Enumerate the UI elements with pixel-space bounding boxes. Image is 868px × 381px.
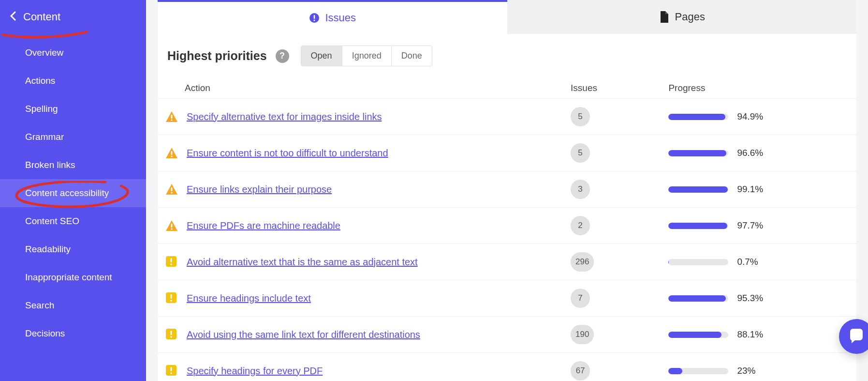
table-row: Ensure content is not too difficult to u…: [158, 135, 856, 171]
issues-count-badge: 2: [571, 216, 590, 235]
table-row: Specify headings for every PDF6723%: [158, 353, 856, 381]
progress-percent: 23%: [737, 366, 765, 376]
table-row: Ensure links explain their purpose399.1%: [158, 171, 856, 208]
svg-rect-3: [171, 115, 173, 119]
sidebar-item-decisions[interactable]: Decisions: [0, 320, 146, 348]
sidebar-item-label: Readability: [25, 244, 71, 254]
issues-count-badge: 3: [571, 180, 590, 199]
warning-square-icon: [165, 365, 178, 377]
panel-header: Highest priorities ? Open Ignored Done: [158, 34, 856, 78]
filter-open[interactable]: Open: [301, 46, 342, 66]
svg-point-4: [171, 119, 172, 121]
issues-count-badge: 7: [571, 289, 590, 308]
exclamation-circle-icon: [309, 12, 320, 24]
progress-bar: [668, 114, 728, 120]
warning-square-icon: [165, 292, 178, 305]
col-issues: Issues: [563, 78, 661, 99]
progress-percent: 96.6%: [737, 148, 765, 158]
svg-rect-7: [171, 187, 173, 191]
issues-count-badge: 5: [571, 143, 590, 163]
chevron-left-icon: [10, 11, 17, 23]
table-row: Ensure headings include text795.3%: [158, 280, 856, 317]
action-link[interactable]: Ensure links explain their purpose: [187, 184, 332, 195]
issues-count-badge: 5: [571, 107, 590, 126]
action-link[interactable]: Specify alternative text for images insi…: [187, 111, 382, 122]
svg-rect-12: [171, 258, 172, 262]
tab-pages-label: Pages: [675, 11, 705, 23]
svg-rect-5: [171, 151, 173, 155]
sidebar-nav: OverviewActionsSpellingGrammarBroken lin…: [0, 39, 146, 348]
panel: Highest priorities ? Open Ignored Done A…: [158, 34, 856, 381]
warning-triangle-icon: [165, 110, 178, 123]
progress-percent: 0.7%: [737, 257, 765, 267]
progress-percent: 94.9%: [737, 111, 765, 122]
sidebar-item-grammar[interactable]: Grammar: [0, 123, 146, 151]
table-row: Ensure PDFs are machine readable297.7%: [158, 208, 856, 244]
sidebar-item-content-accessibility[interactable]: Content accessibility: [0, 179, 146, 207]
action-link[interactable]: Ensure headings include text: [187, 293, 311, 304]
progress-bar: [668, 368, 728, 374]
svg-point-22: [170, 372, 172, 374]
sidebar-item-spelling[interactable]: Spelling: [0, 95, 146, 123]
svg-rect-9: [171, 224, 173, 228]
warning-triangle-icon: [165, 147, 178, 159]
issues-count-badge: 296: [571, 252, 594, 272]
sidebar-item-overview[interactable]: Overview: [0, 39, 146, 67]
sidebar-item-actions[interactable]: Actions: [0, 67, 146, 95]
progress-bar: [668, 223, 728, 229]
sidebar-item-label: Broken links: [25, 160, 75, 170]
sidebar-item-readability[interactable]: Readability: [0, 235, 146, 263]
progress-percent: 95.3%: [737, 293, 765, 304]
sidebar-item-content-seo[interactable]: Content SEO: [0, 207, 146, 235]
svg-rect-21: [171, 367, 172, 371]
tab-issues[interactable]: Issues: [158, 0, 507, 34]
table-row: Avoid using the same link text for diffe…: [158, 317, 856, 353]
table-row: Avoid alternative text that is the same …: [158, 244, 856, 280]
sidebar-item-label: Grammar: [25, 132, 64, 142]
svg-point-16: [170, 300, 172, 301]
tabs: Issues Pages: [158, 0, 856, 34]
progress-percent: 88.1%: [737, 329, 765, 340]
filter-done[interactable]: Done: [392, 46, 432, 66]
document-icon: [659, 11, 670, 23]
sidebar-item-label: Content accessibility: [25, 188, 109, 198]
main: Issues Pages Highest priorities ? Open I…: [146, 0, 868, 381]
sidebar: Content OverviewActionsSpellingGrammarBr…: [0, 0, 146, 381]
priorities-rows: Specify alternative text for images insi…: [158, 99, 856, 381]
action-link[interactable]: Avoid alternative text that is the same …: [187, 257, 418, 268]
col-progress: Progress: [661, 78, 856, 99]
action-link[interactable]: Ensure content is not too difficult to u…: [187, 148, 388, 159]
priorities-table: Action Issues Progress Specify alternati…: [158, 78, 856, 381]
help-icon[interactable]: ?: [276, 49, 289, 63]
issues-count-badge: 67: [571, 361, 590, 381]
filter-ignored[interactable]: Ignored: [342, 46, 392, 66]
sidebar-item-label: Overview: [25, 47, 63, 58]
table-row: Specify alternative text for images insi…: [158, 99, 856, 135]
app-root: Content OverviewActionsSpellingGrammarBr…: [0, 0, 868, 381]
svg-rect-15: [171, 294, 172, 299]
progress-bar: [668, 186, 728, 193]
tab-pages[interactable]: Pages: [507, 0, 857, 34]
action-link[interactable]: Specify headings for every PDF: [187, 366, 323, 377]
svg-rect-18: [171, 331, 172, 335]
action-link[interactable]: Ensure PDFs are machine readable: [187, 220, 340, 231]
svg-point-19: [170, 336, 172, 337]
panel-title: Highest priorities: [167, 49, 267, 63]
svg-point-2: [314, 19, 315, 21]
progress-bar: [668, 150, 728, 156]
sidebar-back[interactable]: Content: [0, 4, 146, 30]
warning-triangle-icon: [165, 219, 178, 232]
svg-rect-1: [314, 15, 315, 19]
warning-square-icon: [165, 256, 178, 268]
sidebar-item-inappropriate-content[interactable]: Inappropriate content: [0, 263, 146, 291]
progress-percent: 99.1%: [737, 184, 765, 195]
sidebar-item-label: Inappropriate content: [25, 272, 112, 282]
sidebar-item-broken-links[interactable]: Broken links: [0, 151, 146, 179]
sidebar-title: Content: [23, 11, 60, 23]
filter-segmented: Open Ignored Done: [301, 46, 432, 66]
svg-point-6: [171, 155, 172, 157]
progress-percent: 97.7%: [737, 220, 765, 231]
action-link[interactable]: Avoid using the same link text for diffe…: [187, 329, 420, 340]
issues-count-badge: 190: [571, 325, 594, 344]
sidebar-item-search[interactable]: Search: [0, 291, 146, 320]
